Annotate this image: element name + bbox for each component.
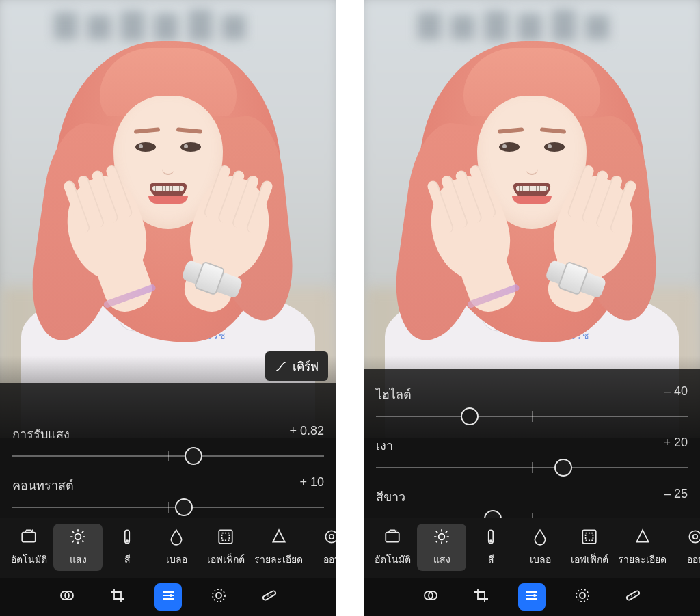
radial-icon (574, 587, 591, 606)
svg-rect-23 (586, 533, 593, 541)
svg-point-1 (75, 534, 81, 540)
svg-rect-5 (222, 533, 230, 541)
slider-label: ไฮไลต์ (376, 384, 412, 404)
detail-icon (270, 528, 288, 548)
category-label: สี (488, 552, 494, 567)
sliders-icon (524, 587, 540, 606)
sliders-icon (160, 587, 176, 606)
tool-heal[interactable] (256, 583, 283, 611)
slider-track[interactable] (12, 499, 324, 515)
curve-icon (275, 360, 287, 373)
editor-screenshot-right: ณ ฉลองรัช ไฮไลต์– 40เงา (364, 0, 700, 616)
category-effect[interactable]: เอฟเฟ็กต์ (201, 524, 250, 571)
svg-point-28 (528, 591, 531, 593)
category-light[interactable]: แสง (53, 524, 103, 571)
svg-point-21 (489, 539, 492, 542)
category-color[interactable]: สี (466, 524, 515, 571)
tool-heal[interactable] (619, 583, 647, 611)
category-label: อัตโนมัติ (375, 552, 411, 567)
svg-point-14 (216, 593, 221, 598)
category-label: รายละเอียด (618, 552, 667, 567)
category-blur[interactable]: เบลอ (515, 524, 565, 571)
optics-icon (686, 528, 700, 548)
slider-ไฮไลต์: ไฮไลต์– 40 (364, 376, 700, 427)
light-icon (433, 528, 450, 548)
tool-masking[interactable] (569, 583, 596, 611)
slider-thumb[interactable] (554, 459, 572, 477)
tool-adjust[interactable] (518, 583, 546, 611)
light-icon (69, 528, 87, 548)
slider-thumb[interactable] (461, 407, 479, 425)
color-icon (118, 528, 136, 548)
slider-track[interactable] (12, 448, 324, 464)
blur-icon (531, 528, 549, 548)
slider-thumb[interactable] (185, 447, 202, 465)
crop-icon (473, 587, 489, 606)
slider-การรับแสง: การรับแสง+ 0.82 (0, 416, 336, 467)
slider-track[interactable] (376, 459, 688, 476)
optics-icon (323, 528, 336, 548)
category-label: รายละเอียด (254, 552, 303, 567)
category-strip: อัตโนมัติแสงสีเบลอเอฟเฟ็กต์รายละเอียดออป (0, 518, 336, 578)
category-blur[interactable]: เบลอ (152, 524, 201, 571)
tool-presets[interactable] (53, 583, 81, 611)
radial-icon (211, 587, 227, 606)
tool-masking[interactable] (205, 583, 232, 611)
slider-เงา: เงา+ 20 (364, 427, 700, 479)
category-detail[interactable]: รายละเอียด (614, 524, 671, 571)
slider-คอนทราสต์: คอนทราสต์+ 10 (0, 467, 336, 518)
svg-rect-33 (626, 590, 640, 600)
bandaid-icon (261, 587, 278, 606)
svg-rect-18 (386, 533, 399, 542)
category-optics[interactable]: ออป (671, 524, 700, 571)
slider-track[interactable] (376, 408, 688, 425)
category-label: ออป (687, 552, 701, 567)
tool-adjust[interactable] (154, 583, 182, 611)
category-label: แสง (70, 552, 87, 567)
tool-presets[interactable] (417, 583, 444, 611)
bandaid-icon (625, 587, 641, 606)
svg-rect-15 (262, 590, 276, 600)
category-label: สี (124, 552, 131, 567)
presets-icon (422, 587, 439, 606)
category-strip: อัตโนมัติแสงสีเบลอเอฟเฟ็กต์รายละเอียดออป (364, 518, 700, 578)
tool-crop[interactable] (468, 583, 495, 611)
tool-crop[interactable] (104, 583, 131, 611)
editor-screenshot-left: ณ ฉลองรัช (0, 0, 336, 616)
svg-point-19 (439, 534, 445, 540)
slider-label: เงา (376, 436, 393, 455)
svg-point-32 (580, 593, 585, 598)
category-label: เบลอ (166, 552, 187, 567)
slider-value: + 0.82 (289, 424, 324, 444)
slider-value: – 25 (664, 487, 688, 507)
category-detail[interactable]: รายละเอียด (250, 524, 307, 571)
svg-point-6 (325, 531, 336, 542)
category-auto[interactable]: อัตโนมัติ (368, 524, 417, 571)
svg-rect-22 (582, 530, 596, 544)
slider-label: คอนทราสต์ (12, 475, 74, 495)
category-optics[interactable]: ออป (307, 524, 336, 571)
auto-icon (383, 528, 401, 548)
svg-point-10 (165, 591, 167, 593)
slider-value: – 40 (664, 384, 688, 404)
svg-rect-4 (219, 530, 232, 544)
slider-thumb[interactable] (175, 498, 193, 516)
category-color[interactable]: สี (103, 524, 152, 571)
crop-icon (109, 587, 126, 606)
presets-icon (59, 587, 75, 606)
category-auto[interactable]: อัตโนมัติ (4, 524, 53, 571)
svg-point-24 (689, 531, 700, 542)
category-light[interactable]: แสง (417, 524, 466, 571)
detail-icon (634, 528, 651, 548)
svg-point-12 (163, 598, 166, 600)
category-label: อัตโนมัติ (11, 552, 47, 567)
curves-button[interactable]: เคิร์ฟ (265, 351, 328, 381)
category-effect[interactable]: เอฟเฟ็กต์ (565, 524, 614, 571)
category-label: เอฟเฟ็กต์ (207, 552, 245, 567)
svg-point-13 (213, 589, 225, 602)
slider-value: + 10 (299, 475, 324, 495)
color-icon (482, 528, 500, 548)
svg-point-35 (634, 594, 635, 595)
auto-icon (20, 528, 38, 548)
svg-point-29 (533, 594, 536, 597)
